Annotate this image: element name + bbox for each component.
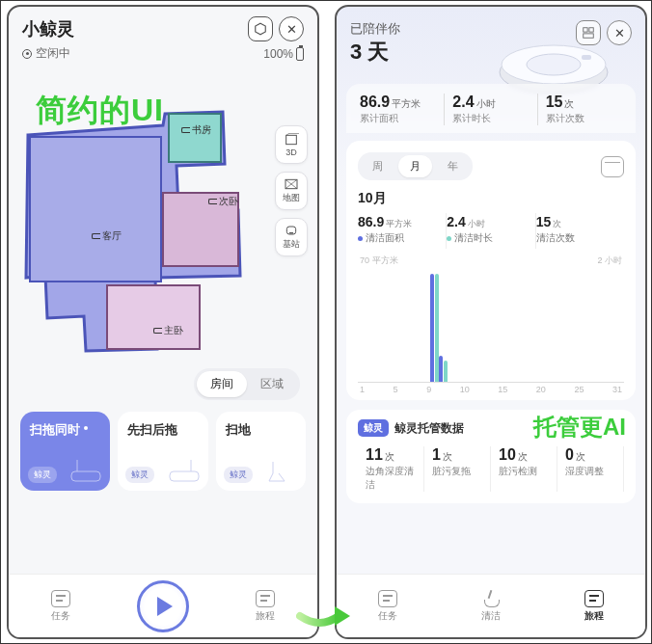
- tasks-icon: [378, 590, 397, 607]
- nav-clean[interactable]: 清洁: [462, 590, 520, 623]
- x-tick: 5: [394, 385, 398, 394]
- y-right-label: 2 小时: [597, 255, 622, 267]
- report-card: 周 月 年 10月 86.9平方米 清洁面积 2.4小时 清洁时长: [346, 141, 636, 400]
- companion-days: 3 天: [350, 38, 400, 67]
- play-button[interactable]: [137, 580, 189, 632]
- view-3d-button[interactable]: 3D: [275, 125, 308, 164]
- companion-label: 已陪伴你: [350, 20, 400, 38]
- svg-rect-3: [107, 285, 200, 349]
- x-tick: 10: [460, 385, 470, 394]
- x-tick: 31: [612, 385, 622, 394]
- bottom-nav: 任务 清洁 旅程: [337, 574, 645, 637]
- svg-marker-0: [256, 23, 266, 35]
- tab-year[interactable]: 年: [436, 155, 470, 177]
- svg-rect-5: [286, 135, 297, 144]
- nav-tasks[interactable]: 任务: [359, 590, 417, 623]
- mode-illustration: [168, 458, 203, 485]
- nav-tasks[interactable]: 任务: [32, 590, 90, 623]
- stat-total-time: 2.4小时 累计时长: [445, 94, 537, 125]
- device-title: 小鲸灵: [22, 17, 74, 40]
- mgmt-stat-corner: 11次 边角深度清洁: [358, 446, 424, 492]
- chart: 70 平方米 2 小时 1591015202531: [358, 255, 624, 394]
- svg-rect-11: [170, 471, 199, 481]
- mode-illustration: [69, 458, 104, 485]
- nav-journey[interactable]: 旅程: [236, 590, 294, 623]
- x-tick: 9: [426, 385, 431, 394]
- calendar-icon[interactable]: [601, 156, 624, 177]
- status-text: 空闲中: [22, 45, 70, 62]
- legend-count: 15次 清洁次数: [536, 213, 624, 249]
- stat-total-count: 15次 累计次数: [538, 94, 630, 125]
- room-label-living: 客厅: [92, 229, 122, 243]
- management-card: 鲸灵 鲸灵托管数据 托管更AI 11次 边角深度清洁 1次 脏污复拖 10次: [346, 410, 636, 503]
- bar-area: [439, 356, 443, 382]
- x-tick: 15: [498, 385, 507, 394]
- left-screenshot: 小鲸灵 ✕ 空闲中 100% 简约的UI 书房 次卧 客厅: [7, 5, 319, 639]
- bar-time: [444, 361, 448, 382]
- stat-total-area: 86.9平方米 累计面积: [352, 94, 445, 125]
- svg-rect-19: [582, 55, 591, 60]
- broom-icon: [482, 590, 500, 607]
- room-label-second: 次卧: [208, 195, 238, 208]
- summary-stats: 86.9平方米 累计面积 2.4小时 累计时长 15次 累计次数: [346, 84, 636, 133]
- map-button[interactable]: 地图: [275, 172, 308, 210]
- close-icon[interactable]: ✕: [279, 16, 304, 41]
- mgmt-badge: 鲸灵: [358, 419, 389, 437]
- mgmt-stat-detect: 10次 脏污检测: [491, 446, 557, 492]
- tab-month[interactable]: 月: [398, 155, 432, 177]
- svg-rect-9: [71, 471, 100, 481]
- mgmt-title-text: 鲸灵托管数据: [394, 420, 464, 437]
- journey-icon: [256, 590, 275, 607]
- tasks-icon: [51, 590, 70, 607]
- base-station-button[interactable]: 基站: [275, 218, 308, 256]
- x-tick: 20: [536, 385, 546, 394]
- mode-illustration: [265, 458, 300, 485]
- tab-week[interactable]: 周: [361, 155, 394, 177]
- bottom-nav: 任务 旅程: [9, 574, 317, 637]
- y-left-label: 70 平方米: [360, 255, 398, 267]
- nav-journey[interactable]: 旅程: [565, 590, 623, 623]
- room-label-master: 主卧: [153, 324, 183, 337]
- mode-sweep[interactable]: 扫地 鲸灵: [216, 412, 306, 491]
- mode-sweep-mop[interactable]: 扫拖同时 鲸灵: [20, 412, 110, 491]
- journey-icon: [584, 590, 604, 607]
- svg-rect-8: [289, 232, 293, 233]
- mgmt-stat-remop: 1次 脏污复拖: [424, 446, 491, 492]
- legend-time: 2.4小时 清洁时长: [447, 213, 535, 249]
- map-svg: [18, 106, 265, 376]
- settings-icon[interactable]: [248, 16, 273, 41]
- right-screenshot: 已陪伴你 3 天 ✕ 86.9平方米 累计面积: [335, 5, 647, 639]
- legend-area: 86.9平方米 清洁面积: [358, 213, 447, 249]
- annotation-overlay-left: 简约的UI: [36, 90, 164, 132]
- battery-indicator: 100%: [263, 47, 304, 61]
- svg-point-18: [527, 54, 581, 75]
- room-label-study: 书房: [181, 123, 211, 137]
- mgmt-stat-humidity: 0次 湿度调整: [557, 446, 624, 492]
- svg-rect-1: [169, 114, 221, 162]
- bar-area: [430, 274, 434, 382]
- annotation-overlay-right: 托管更AI: [533, 412, 626, 443]
- arrow-icon: [296, 597, 354, 635]
- month-title: 10月: [358, 190, 624, 207]
- x-tick: 1: [360, 385, 365, 394]
- mode-sweep-then-mop[interactable]: 先扫后拖 鲸灵: [118, 412, 207, 491]
- svg-rect-4: [30, 137, 161, 282]
- x-tick: 25: [574, 385, 584, 394]
- period-tabs: 周 月 年: [358, 152, 473, 180]
- bar-time: [435, 274, 439, 382]
